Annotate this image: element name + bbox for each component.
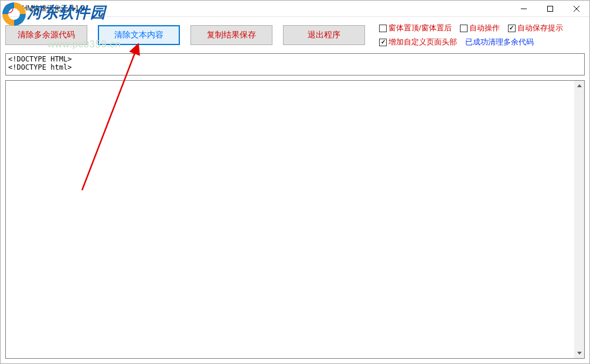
toolbar: 清除多余源代码 清除文本内容 复制结果保存 退出程序 窗体置顶/窗体置后 自动操… <box>1 17 589 50</box>
checkbox-box <box>508 25 516 32</box>
auto-action-checkbox[interactable]: 自动操作 <box>460 23 500 33</box>
status-text: 已成功清理多余代码 <box>465 37 534 47</box>
checkbox-label: 自动操作 <box>469 23 500 33</box>
checkbox-box <box>379 25 387 32</box>
app-window: CHM快速汉化工具1.0 清除多余源代码 清除文本内容 复制结果保存 退出程序 … <box>0 0 590 364</box>
clear-code-button[interactable]: 清除多余源代码 <box>5 25 87 45</box>
svg-rect-3 <box>547 6 553 12</box>
form-topfront-checkbox[interactable]: 窗体置顶/窗体置后 <box>379 23 452 33</box>
maximize-button[interactable] <box>537 1 563 17</box>
checkbox-label: 增加自定义页面头部 <box>388 37 457 47</box>
window-title: CHM快速汉化工具1.0 <box>17 4 85 13</box>
scroll-down-arrow[interactable] <box>574 348 584 358</box>
auto-save-prompt-checkbox[interactable]: 自动保存提示 <box>508 23 563 33</box>
checkbox-group: 窗体置顶/窗体置后 自动操作 自动保存提示 增加自定义页面头部 已成功清理多余代… <box>379 23 563 47</box>
checkbox-label: 窗体置顶/窗体置后 <box>388 23 452 33</box>
app-icon <box>4 4 13 13</box>
input-textarea[interactable]: <!DOCTYPE HTML> <!DOCTYPE html> <box>5 53 585 75</box>
window-controls <box>510 1 589 17</box>
checkbox-box <box>379 39 387 46</box>
output-textarea[interactable] <box>5 80 585 359</box>
exit-button[interactable]: 退出程序 <box>283 25 365 45</box>
titlebar[interactable]: CHM快速汉化工具1.0 <box>1 1 589 17</box>
svg-marker-7 <box>577 352 582 355</box>
clear-text-button[interactable]: 清除文本内容 <box>98 25 180 45</box>
checkbox-box <box>460 25 468 32</box>
svg-marker-6 <box>577 84 582 87</box>
checkbox-label: 自动保存提示 <box>517 23 563 33</box>
scroll-up-arrow[interactable] <box>574 81 584 91</box>
close-button[interactable] <box>563 1 589 17</box>
scrollbar[interactable] <box>574 81 584 358</box>
svg-point-1 <box>7 7 11 11</box>
add-custom-header-checkbox[interactable]: 增加自定义页面头部 <box>379 37 457 47</box>
minimize-button[interactable] <box>510 1 537 17</box>
copy-save-button[interactable]: 复制结果保存 <box>190 25 272 45</box>
